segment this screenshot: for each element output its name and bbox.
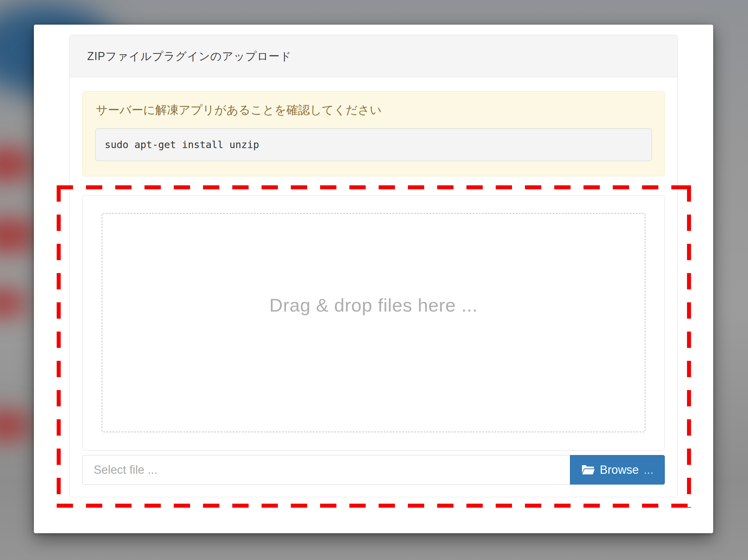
- blurred-button: [0, 289, 28, 317]
- panel-body: サーバーに解凍アプリがあることを確認してください sudo apt-get in…: [70, 77, 677, 485]
- panel-title: ZIPファイルプラグインのアップロード: [70, 35, 677, 77]
- upload-drop-panel: Drag & drop files here ...: [82, 195, 665, 451]
- file-drop-zone[interactable]: Drag & drop files here ...: [102, 213, 646, 432]
- selected-file-input[interactable]: [82, 455, 570, 485]
- command-code-block: sudo apt-get install unzip: [95, 128, 652, 161]
- alert-message: サーバーに解凍アプリがあることを確認してください: [96, 102, 652, 119]
- file-input-group: Browse ...: [82, 455, 665, 485]
- upload-panel: ZIPファイルプラグインのアップロード サーバーに解凍アプリがあることを確認して…: [69, 35, 678, 497]
- browse-button-label: Browse: [600, 463, 639, 477]
- blurred-button: [0, 217, 37, 253]
- warning-alert: サーバーに解凍アプリがあることを確認してください sudo apt-get in…: [82, 91, 665, 176]
- panel-header: ZIPファイルプラグインのアップロード: [70, 35, 677, 77]
- upload-modal: ZIPファイルプラグインのアップロード サーバーに解凍アプリがあることを確認して…: [34, 25, 713, 533]
- screen: ZIPファイルプラグインのアップロード サーバーに解凍アプリがあることを確認して…: [0, 0, 748, 560]
- folder-open-icon: [581, 464, 595, 475]
- blurred-button: [0, 410, 32, 441]
- drop-zone-hint: Drag & drop files here ...: [269, 295, 477, 316]
- browse-button[interactable]: Browse ...: [570, 455, 665, 485]
- blurred-button: [0, 147, 34, 181]
- browse-button-ellipsis: ...: [644, 463, 654, 477]
